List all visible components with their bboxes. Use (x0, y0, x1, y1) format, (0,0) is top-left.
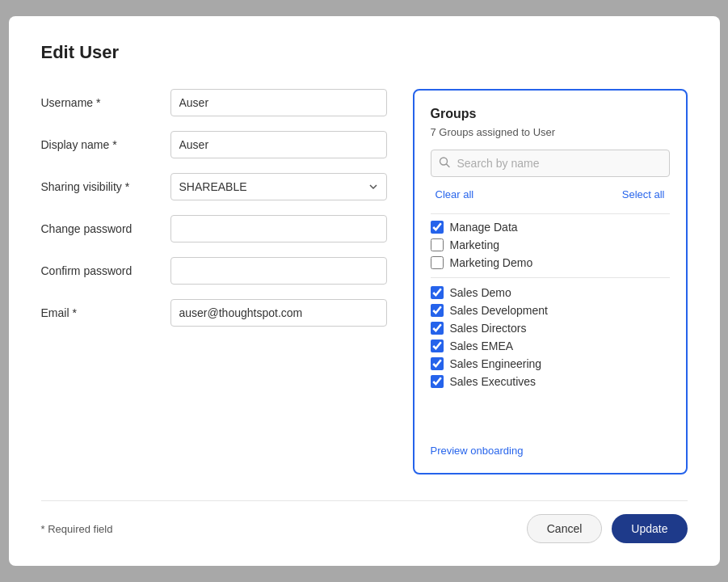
display-name-input[interactable] (170, 131, 387, 158)
email-input[interactable] (170, 299, 387, 327)
group-name-label: Sales Development (450, 304, 548, 317)
search-box (431, 150, 670, 177)
svg-line-1 (446, 164, 449, 167)
modal-overlay: Edit User Username * Display name * Shar… (0, 0, 728, 582)
display-name-label: Display name * (41, 138, 170, 151)
list-item: Sales Development (431, 304, 670, 317)
groups-actions: Clear all Select all (431, 185, 670, 204)
display-name-row: Display name * (41, 131, 387, 158)
group-name-label: Sales Engineering (450, 357, 542, 370)
group-checkbox[interactable] (431, 286, 444, 299)
change-password-label: Change password (41, 222, 170, 235)
list-item: Manage Data (431, 221, 670, 234)
groups-section: Groups 7 Groups assigned to User Clear a… (413, 89, 688, 474)
list-item: Marketing Demo (431, 256, 670, 269)
group-list: Manage DataMarketingMarketing DemoSales … (431, 221, 670, 433)
groups-count: 7 Groups assigned to User (431, 126, 670, 138)
username-label: Username * (41, 96, 170, 109)
select-all-button[interactable]: Select all (617, 185, 670, 204)
group-name-label: Sales EMEA (450, 340, 514, 352)
cancel-button[interactable]: Cancel (527, 514, 603, 543)
edit-user-modal: Edit User Username * Display name * Shar… (9, 16, 720, 566)
change-password-input[interactable] (170, 215, 387, 242)
change-password-row: Change password (41, 215, 387, 242)
confirm-password-row: Confirm password (41, 257, 387, 285)
list-item: Marketing (431, 238, 670, 251)
modal-title: Edit User (41, 42, 688, 63)
group-name-label: Sales Demo (450, 286, 511, 299)
group-checkbox[interactable] (431, 256, 444, 269)
group-name-label: Manage Data (450, 221, 518, 234)
clear-all-button[interactable]: Clear all (431, 185, 479, 204)
username-row: Username * (41, 89, 387, 116)
group-name-label: Marketing Demo (450, 256, 533, 269)
list-item: Sales Engineering (431, 357, 670, 370)
group-name-label: Marketing (450, 238, 499, 251)
list-item: Sales EMEA (431, 340, 670, 352)
sharing-visibility-select[interactable]: SHAREABLE (170, 173, 387, 200)
form-section: Username * Display name * Sharing visibi… (41, 89, 387, 474)
update-button[interactable]: Update (612, 514, 687, 543)
group-name-label: Sales Directors (450, 322, 527, 335)
username-input[interactable] (170, 89, 387, 116)
email-row: Email * (41, 299, 387, 327)
required-note: * Required field (41, 523, 113, 535)
confirm-password-input[interactable] (170, 257, 387, 285)
confirm-password-label: Confirm password (41, 264, 170, 277)
modal-footer: * Required field Cancel Update (41, 500, 688, 543)
list-item: Sales Executives (431, 375, 670, 388)
footer-buttons: Cancel Update (527, 514, 688, 543)
email-label: Email * (41, 306, 170, 319)
list-item: Sales Directors (431, 322, 670, 335)
group-checkbox[interactable] (431, 340, 444, 352)
sharing-visibility-row: Sharing visibility * SHAREABLE (41, 173, 387, 200)
group-checkbox[interactable] (431, 221, 444, 234)
group-checkbox[interactable] (431, 357, 444, 370)
groups-search-input[interactable] (431, 150, 670, 177)
list-item: Sales Demo (431, 286, 670, 299)
group-checkbox[interactable] (431, 322, 444, 335)
sharing-visibility-label: Sharing visibility * (41, 180, 170, 193)
groups-divider (431, 213, 670, 214)
group-checkbox[interactable] (431, 375, 444, 388)
preview-onboarding-link[interactable]: Preview onboarding (431, 445, 670, 457)
group-checkbox[interactable] (431, 304, 444, 317)
group-section-divider (431, 277, 670, 278)
groups-title: Groups (431, 107, 670, 121)
modal-body: Username * Display name * Sharing visibi… (41, 89, 688, 474)
group-checkbox[interactable] (431, 238, 444, 251)
group-name-label: Sales Executives (450, 375, 537, 388)
search-icon (439, 157, 450, 171)
